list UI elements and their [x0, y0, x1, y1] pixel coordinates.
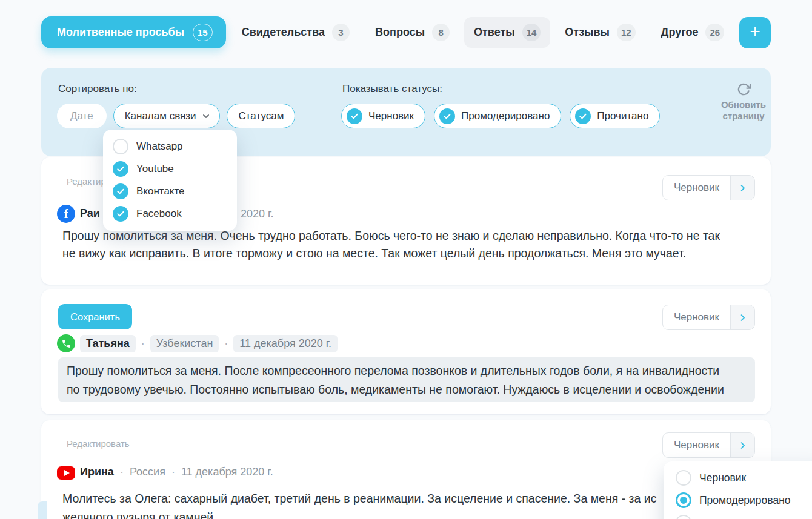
channels-dropdown: Whatsapp Youtube Вконтакте Facebook [103, 130, 237, 231]
request-card: Редактировать Черновик Ирина · Россия · … [41, 420, 771, 519]
chevron-down-icon [201, 111, 211, 121]
sort-by-status-button[interactable]: Статусам [227, 104, 295, 128]
edit-link[interactable]: Редактировать [67, 438, 130, 449]
dot-separator: · [224, 337, 228, 350]
dot-separator: · [120, 466, 124, 478]
refresh-icon [737, 82, 751, 96]
tab-reviews[interactable]: Отзывы 12 [565, 24, 635, 41]
channel-option-youtube[interactable]: Youtube [113, 161, 237, 177]
message-date: 2020 г. [241, 208, 273, 220]
request-card-editing: Сохранить Черновик Татьяна · Узбекистан … [41, 289, 771, 414]
checked-icon [575, 108, 591, 124]
divider [705, 83, 705, 130]
tab-other[interactable]: Другое 26 [661, 24, 725, 41]
sort-by-date-button[interactable]: Дате [57, 104, 107, 128]
plus-icon: + [750, 22, 760, 41]
save-button[interactable]: Сохранить [58, 304, 132, 329]
tab-count-badge: 8 [432, 24, 450, 41]
tab-label: Свидетельства [242, 26, 325, 39]
status-option-moderated[interactable]: Промодерировано [676, 492, 812, 508]
tab-label: Отзывы [565, 26, 610, 39]
sort-options-row: Дате Каналам связи Статусам [57, 104, 295, 128]
status-filter-row: Черновик Промодерировано Прочитано [341, 104, 660, 128]
sender-country: Россия [130, 466, 165, 478]
tab-testimonies[interactable]: Свидетельства 3 [242, 24, 350, 41]
status-selector[interactable]: Черновик [662, 305, 755, 330]
status-expand-button[interactable] [730, 305, 754, 329]
next-section-peek [38, 501, 47, 519]
sender-meta-row: Ирина · Россия · 11 декабря 2020 г. [80, 466, 273, 478]
status-option-partial[interactable] [676, 515, 812, 519]
channel-option-whatsapp[interactable]: Whatsapp [113, 139, 237, 154]
message-date-field[interactable]: 11 декабря 2020 г. [233, 335, 338, 352]
status-value: Черновик [663, 305, 730, 329]
status-value: Черновик [663, 433, 730, 457]
tab-count-badge: 26 [705, 24, 724, 41]
message-date: 11 декабря 2020 г. [181, 466, 273, 478]
divider [338, 83, 338, 130]
chevron-right-icon [738, 183, 747, 193]
sender-meta-row: Татьяна · Узбекистан · 11 декабря 2020 г… [80, 335, 338, 352]
dot-separator: · [141, 337, 145, 350]
tab-count-badge: 12 [617, 24, 636, 41]
status-dropdown: Черновик Промодерировано [664, 461, 812, 519]
message-text: Прошу помолиться за меня. Очень трудно р… [62, 227, 720, 262]
sender-name-field[interactable]: Татьяна [80, 335, 136, 352]
sort-by-channel-button[interactable]: Каналам связи [113, 104, 221, 128]
status-filter-draft[interactable]: Черновик [341, 104, 425, 128]
status-filter-read[interactable]: Прочитано [570, 104, 660, 128]
status-selector[interactable]: Черновик [662, 175, 755, 200]
checked-icon [347, 108, 362, 124]
tab-prayer-requests[interactable]: Молитвенные просьбы 15 [41, 16, 226, 48]
radio-checked-icon [676, 492, 691, 508]
sort-by-label: Сортировать по: [58, 83, 137, 95]
show-statuses-label: Показывать статусы: [342, 83, 442, 95]
tab-count-badge: 15 [193, 24, 213, 41]
unchecked-icon [113, 139, 128, 154]
status-expand-button[interactable] [730, 176, 754, 200]
status-value: Черновик [663, 176, 730, 200]
tab-answers[interactable]: Ответы 14 [464, 17, 550, 48]
youtube-icon [57, 466, 75, 480]
checked-icon [113, 161, 128, 177]
status-option-draft[interactable]: Черновик [676, 470, 812, 486]
add-button[interactable]: + [739, 17, 771, 48]
tab-label: Вопросы [375, 26, 425, 39]
checked-icon [113, 206, 128, 222]
sender-name: Ирина [80, 466, 114, 478]
tab-count-badge: 14 [522, 24, 541, 41]
moderation-page: Молитвенные просьбы 15 Свидетельства 3 В… [0, 0, 812, 519]
tab-label: Другое [661, 26, 699, 39]
refresh-label: Обновить страницу [710, 99, 777, 122]
refresh-page-button[interactable]: Обновить страницу [710, 82, 777, 122]
channel-option-facebook[interactable]: Facebook [113, 206, 237, 222]
chevron-right-icon [738, 313, 747, 322]
status-filter-moderated[interactable]: Промодерировано [434, 104, 561, 128]
whatsapp-icon [57, 334, 75, 352]
chevron-right-icon [738, 441, 747, 450]
tab-label: Молитвенные просьбы [57, 26, 184, 39]
facebook-icon: f [57, 205, 75, 223]
radio-unchecked-icon [676, 515, 691, 519]
dot-separator: · [171, 466, 175, 478]
category-tabbar: Молитвенные просьбы 15 Свидетельства 3 В… [41, 16, 771, 48]
channel-option-vkontakte[interactable]: Вконтакте [113, 183, 237, 199]
message-textarea[interactable]: Прошу помолиться за меня. После компресе… [58, 357, 755, 402]
sender-country-field[interactable]: Узбекистан [150, 335, 219, 352]
status-expand-button[interactable] [730, 433, 754, 457]
message-text: Молитесь за Олега: сахарный диабет, трет… [62, 489, 656, 519]
checked-icon [113, 183, 128, 199]
tab-label: Ответы [474, 26, 515, 39]
checked-icon [439, 108, 455, 124]
tab-questions[interactable]: Вопросы 8 [375, 24, 450, 41]
sender-name: Раи [80, 207, 100, 220]
status-selector[interactable]: Черновик [662, 432, 755, 458]
radio-unchecked-icon [676, 470, 691, 486]
tab-count-badge: 3 [332, 24, 350, 41]
